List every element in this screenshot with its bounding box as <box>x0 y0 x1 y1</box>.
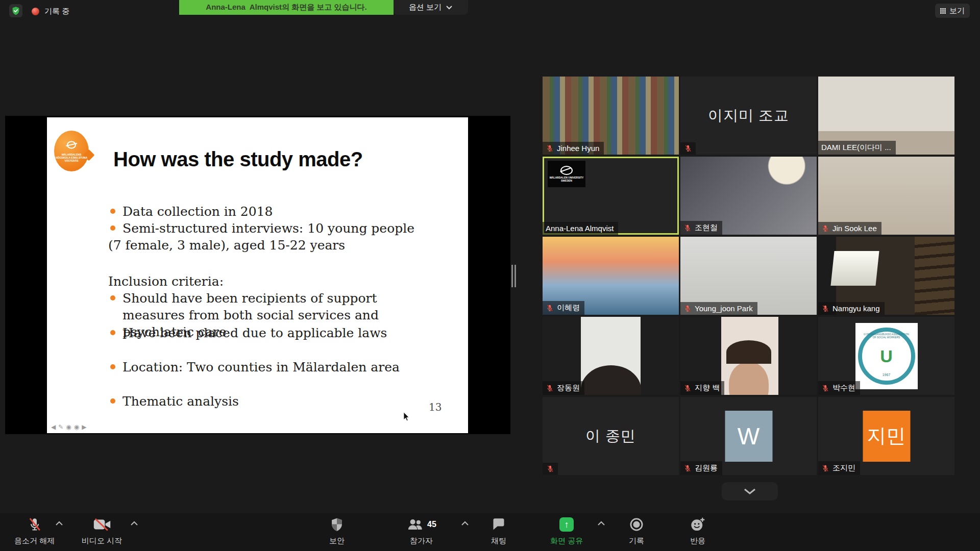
participant-tile[interactable]: Young_joon Park <box>680 237 817 315</box>
logo-text: MÄLARDALENS HÖGSKOLA ESKILSTUNA VÄSTERÅS <box>54 153 89 162</box>
slideshow-menu-icon[interactable]: ◉ <box>66 423 71 431</box>
chat-button[interactable]: 채팅 <box>491 516 506 546</box>
share-options-chevron[interactable] <box>597 521 605 526</box>
security-button[interactable]: 보안 <box>329 516 345 546</box>
slide-bullet-item: Data collection in 2018 <box>122 203 273 220</box>
logo-ring-text: GYEONGSANGBUKDO ASSOCIATION OF SOCIAL WO… <box>862 333 911 339</box>
muted-mic-icon <box>683 224 692 232</box>
view-options-label: 옵션 보기 <box>409 3 442 12</box>
security-encryption-badge[interactable] <box>9 4 22 17</box>
slide-text-line: (7 female, 3 male), aged 15-22 years <box>108 237 345 254</box>
participant-tile[interactable]: 이지미 조교 <box>680 77 817 155</box>
muted-mic-icon <box>821 464 829 472</box>
bullet-dot <box>110 226 115 231</box>
slideshow-menu-icon[interactable]: ◉ <box>74 423 79 431</box>
viewing-screen-banner: Anna-Lena Almqvist의 화면을 보고 있습니다. <box>179 0 394 15</box>
gallery-view-button[interactable]: 보기 <box>935 4 970 18</box>
pen-tool-icon[interactable]: ✎ <box>58 423 63 431</box>
gallery-next-page-button[interactable] <box>722 482 778 500</box>
participants-options-chevron[interactable] <box>461 521 469 526</box>
participant-name-chip: 김원룡 <box>680 461 722 475</box>
video-options-chevron[interactable] <box>130 521 138 526</box>
record-circle-icon <box>629 517 644 532</box>
share-screen-button[interactable]: ↑ 화면 공유 <box>550 516 583 546</box>
muted-mic-icon <box>684 144 692 153</box>
participant-tile[interactable]: Jinhee Hyun <box>543 77 679 155</box>
participant-tile[interactable]: Jin Sook Lee <box>818 157 954 235</box>
participant-tile[interactable]: 이혜령 <box>543 237 679 315</box>
slide-bullet-item: Have been placed due to applicable laws <box>122 324 387 341</box>
view-options-button[interactable]: 옵션 보기 <box>394 0 468 15</box>
participant-avatar: W <box>725 411 772 462</box>
participant-name: DAMI LEE(이다미 ... <box>821 143 891 153</box>
participant-mute-chip <box>680 142 696 155</box>
participant-tile[interactable]: GYEONGSANGBUKDO ASSOCIATION OF SOCIAL WO… <box>818 317 954 395</box>
participant-tile[interactable]: 지향 백 <box>680 317 817 395</box>
bullet-dot <box>110 209 115 214</box>
meeting-toolbar: 음소거 해제 비디오 시작 <box>0 513 980 551</box>
association-logo-image: GYEONGSANGBUKDO ASSOCIATION OF SOCIAL WO… <box>855 323 918 389</box>
participants-button[interactable]: 45 참가자 <box>406 516 436 546</box>
unmute-button[interactable]: 음소거 해제 <box>14 516 55 546</box>
bullet-dot <box>110 330 115 335</box>
university-logo: MÄLARDALENS HÖGSKOLA ESKILSTUNA VÄSTERÅS <box>54 131 92 173</box>
record-button[interactable]: 기록 <box>629 516 644 546</box>
participant-avatar: 지민 <box>863 411 910 462</box>
start-video-button[interactable]: 비디오 시작 <box>82 516 122 546</box>
participant-name-chip: 조지민 <box>818 461 860 475</box>
muted-mic-icon <box>683 384 692 392</box>
start-video-label: 비디오 시작 <box>82 536 122 546</box>
next-slide-icon[interactable]: ▶ <box>82 423 86 431</box>
participant-tile[interactable]: W 김원룡 <box>680 397 817 475</box>
participant-tile[interactable]: Namgyu kang <box>818 237 954 315</box>
record-label: 기록 <box>629 536 644 546</box>
participant-mute-chip <box>543 463 558 475</box>
presentation-slide: MÄLARDALENS HÖGSKOLA ESKILSTUNA VÄSTERÅS… <box>47 117 468 433</box>
participant-video <box>729 362 769 395</box>
chat-bubble-icon <box>492 517 506 532</box>
slide-text-line: Inclusion criteria: <box>108 273 224 290</box>
recording-dot-icon <box>32 8 39 15</box>
participant-tile[interactable]: DAMI LEE(이다미 ... <box>818 77 954 155</box>
participant-name-chip: Jinhee Hyun <box>543 142 604 155</box>
participant-name: Young_joon Park <box>695 304 753 313</box>
chat-label: 채팅 <box>491 536 506 546</box>
share-screen-icon: ↑ <box>559 517 574 532</box>
bullet-dot <box>110 295 115 300</box>
participant-name-chip: 박수현 <box>818 381 860 395</box>
participant-name: 장동원 <box>557 383 580 393</box>
participant-tile[interactable]: 장동원 <box>543 317 679 395</box>
muted-mic-icon <box>683 464 692 472</box>
reactions-label: 반응 <box>690 536 705 546</box>
recording-indicator[interactable]: 기록 중 <box>32 5 69 17</box>
reactions-button[interactable]: 반응 <box>690 516 705 546</box>
muted-mic-icon <box>546 144 554 153</box>
slide-page-number: 13 <box>429 401 442 413</box>
participant-video <box>726 340 771 364</box>
participants-icon <box>406 517 424 532</box>
participant-tile[interactable]: 이 종민 <box>543 397 679 475</box>
mic-options-chevron[interactable] <box>55 521 63 526</box>
mdu-watermark-logo: MÄLARDALEN UNIVERSITY SWEDEN <box>548 161 585 187</box>
bookshelf <box>915 237 954 315</box>
participant-tile[interactable]: 조현철 <box>680 157 817 235</box>
mouse-cursor <box>403 412 410 422</box>
logo-ring: GYEONGSANGBUKDO ASSOCIATION OF SOCIAL WO… <box>858 328 915 385</box>
shield-check-icon <box>11 6 20 15</box>
panel-resize-handle[interactable] <box>511 265 516 287</box>
participant-name: Jinhee Hyun <box>557 144 599 153</box>
participant-name: 조현철 <box>695 223 718 233</box>
participant-name: Jin Sook Lee <box>832 224 877 233</box>
top-bar: 기록 중 Anna-Lena Almqvist의 화면을 보고 있습니다. 옵션… <box>0 0 980 21</box>
participant-name-chip: 장동원 <box>543 381 584 395</box>
participant-name: 지향 백 <box>695 383 720 393</box>
participant-name-chip: DAMI LEE(이다미 ... <box>818 141 896 155</box>
participant-name-chip: 조현철 <box>680 221 722 235</box>
mdu-logo-text: MÄLARDALEN UNIVERSITY SWEDEN <box>548 176 585 182</box>
bullet-dot <box>110 398 115 404</box>
participant-tile[interactable]: 지민 조지민 <box>818 397 954 475</box>
prev-slide-icon[interactable]: ◀ <box>51 423 56 431</box>
participant-name: 조지민 <box>832 463 855 473</box>
participant-tile-active-speaker[interactable]: MÄLARDALEN UNIVERSITY SWEDEN Anna-Lena A… <box>543 157 679 235</box>
participant-display-name: 이지미 조교 <box>680 77 817 155</box>
